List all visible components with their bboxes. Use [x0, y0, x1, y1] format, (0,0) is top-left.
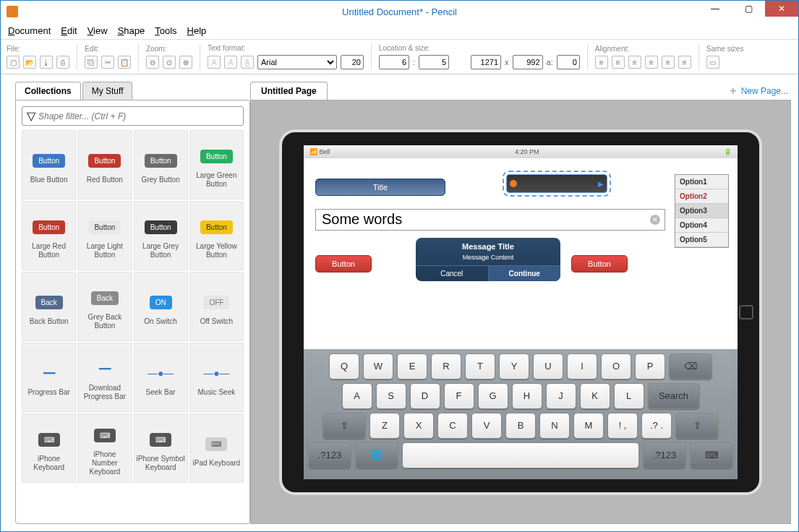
dialog-cancel[interactable]: Cancel: [416, 266, 489, 281]
minimize-button[interactable]: —: [698, 1, 732, 17]
page-tab[interactable]: Untitled Page: [250, 82, 328, 100]
zoom-out-icon[interactable]: ⊖: [146, 56, 159, 69]
key[interactable]: C: [437, 413, 468, 439]
key[interactable]: I: [567, 353, 597, 379]
title-widget[interactable]: Title: [315, 179, 445, 196]
shape-item[interactable]: ButtonLarge Grey Button: [134, 201, 188, 270]
shape-item[interactable]: ⌨iPhone Number Keyboard: [77, 413, 132, 483]
key[interactable]: ⌫: [669, 353, 712, 379]
clear-icon[interactable]: ✕: [650, 215, 660, 225]
key[interactable]: Z: [369, 413, 400, 439]
keyboard-widget[interactable]: QWERTYUIOP⌫ASDFGHJKLSearch⇧ZXCVBNM! ,.? …: [304, 349, 738, 479]
key[interactable]: K: [580, 383, 610, 409]
ipad-frame[interactable]: 📶 Bell 4:20 PM 🔋 Title Option1 Option2 O…: [282, 132, 759, 492]
key[interactable]: ⌨: [690, 442, 733, 468]
shape-item[interactable]: BackGrey Back Button: [77, 272, 132, 341]
shape-item[interactable]: —●—Seek Bar: [134, 343, 188, 412]
shape-item[interactable]: ButtonLarge Green Button: [189, 130, 244, 200]
key[interactable]: ! ,: [607, 413, 638, 439]
option-2[interactable]: Option2: [675, 189, 728, 204]
key[interactable]: .?123: [643, 442, 686, 468]
filter-input[interactable]: [38, 111, 239, 121]
copy-icon[interactable]: ⿻: [85, 56, 98, 69]
key[interactable]: ⇧: [675, 413, 719, 439]
w-input[interactable]: [471, 55, 501, 69]
align-left-icon[interactable]: ≡: [595, 56, 608, 69]
a-input[interactable]: [557, 55, 580, 69]
option-3[interactable]: Option3: [675, 204, 728, 218]
x-input[interactable]: [379, 55, 409, 69]
key[interactable]: G: [478, 383, 508, 409]
cut-icon[interactable]: ✂: [101, 56, 114, 69]
same-size-icon[interactable]: ▭: [706, 56, 719, 69]
align-top-icon[interactable]: ≡: [645, 56, 658, 69]
open-file-icon[interactable]: 📂: [23, 56, 36, 69]
italic-icon[interactable]: A: [224, 56, 237, 69]
shape-item[interactable]: ⌨iPhone Symbol Keyboard: [134, 413, 188, 483]
key[interactable]: M: [573, 413, 604, 439]
bold-icon[interactable]: A: [208, 56, 221, 69]
maximize-button[interactable]: ▢: [732, 1, 765, 17]
shape-item[interactable]: ButtonLarge Red Button: [22, 201, 76, 270]
key[interactable]: V: [471, 413, 502, 439]
print-icon[interactable]: ⎙: [56, 56, 69, 69]
key[interactable]: E: [397, 353, 427, 379]
key[interactable]: J: [546, 383, 576, 409]
key[interactable]: .? .: [641, 413, 672, 439]
key[interactable]: F: [444, 383, 474, 409]
shape-item[interactable]: ButtonBlue Button: [22, 130, 76, 200]
menu-shape[interactable]: Shape: [118, 25, 145, 36]
key[interactable]: [402, 442, 639, 468]
option-5[interactable]: Option5: [675, 233, 728, 247]
key[interactable]: U: [533, 353, 563, 379]
key[interactable]: S: [376, 383, 406, 409]
dialog-widget[interactable]: Message Title Message Content Cancel Con…: [416, 238, 560, 281]
left-red-button[interactable]: Button: [315, 255, 372, 273]
selected-widget[interactable]: [506, 174, 607, 193]
align-right-icon[interactable]: ≡: [628, 56, 641, 69]
key[interactable]: X: [403, 413, 434, 439]
zoom-in-icon[interactable]: ⊕: [179, 56, 192, 69]
key[interactable]: P: [635, 353, 665, 379]
shape-item[interactable]: ButtonRed Button: [77, 130, 132, 200]
y-input[interactable]: [419, 55, 449, 69]
menu-view[interactable]: View: [87, 25, 108, 36]
menu-help[interactable]: Help: [187, 25, 207, 36]
menu-edit[interactable]: Edit: [61, 25, 77, 36]
key[interactable]: B: [505, 413, 536, 439]
new-page-link[interactable]: New Page...: [741, 86, 791, 96]
key[interactable]: 🌐: [355, 442, 398, 468]
close-button[interactable]: ✕: [765, 1, 798, 17]
shape-item[interactable]: BackBack Button: [22, 272, 76, 341]
shape-item[interactable]: ━━Download Progress Bar: [77, 343, 132, 412]
key[interactable]: T: [465, 353, 495, 379]
option-4[interactable]: Option4: [675, 218, 728, 233]
tab-collections[interactable]: Collections: [15, 82, 81, 100]
option-list[interactable]: Option1 Option2 Option3 Option4 Option5: [675, 174, 729, 248]
key[interactable]: N: [539, 413, 570, 439]
key[interactable]: A: [342, 383, 372, 409]
menu-document[interactable]: Document: [8, 25, 51, 36]
shape-item[interactable]: ButtonLarge Light Button: [77, 201, 132, 270]
save-icon[interactable]: ⭳: [40, 56, 53, 69]
h-input[interactable]: [513, 55, 543, 69]
tab-my-stuff[interactable]: My Stuff: [82, 82, 133, 100]
home-button-icon[interactable]: [739, 305, 753, 319]
option-1[interactable]: Option1: [675, 175, 728, 189]
key[interactable]: H: [512, 383, 542, 409]
key[interactable]: ⇧: [322, 413, 366, 439]
key[interactable]: R: [431, 353, 461, 379]
key[interactable]: O: [601, 353, 631, 379]
shape-item[interactable]: ButtonGrey Button: [134, 130, 188, 200]
shape-item[interactable]: ⌨iPad Keyboard: [189, 413, 244, 483]
menu-tools[interactable]: Tools: [155, 25, 176, 36]
key[interactable]: Y: [499, 353, 529, 379]
right-red-button[interactable]: Button: [571, 255, 628, 273]
key[interactable]: W: [363, 353, 393, 379]
new-file-icon[interactable]: ▢: [7, 56, 20, 69]
font-select[interactable]: Arial: [257, 55, 337, 69]
key[interactable]: Search: [648, 383, 700, 409]
add-page-icon[interactable]: +: [730, 85, 736, 98]
key[interactable]: .?123: [308, 442, 351, 468]
shape-item[interactable]: ButtonLarge Yellow Button: [189, 201, 244, 270]
